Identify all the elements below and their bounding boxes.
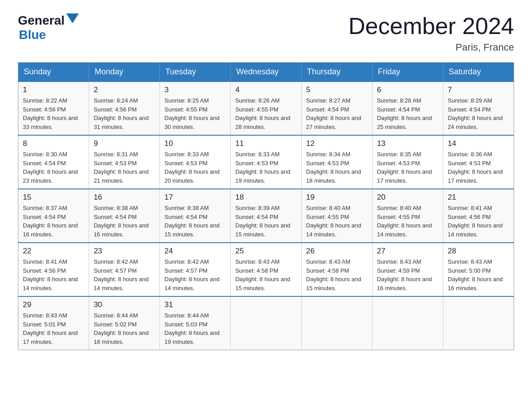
day-number: 3 [164,86,226,94]
daylight-label: Daylight: 8 hours and 18 minutes. [94,330,149,345]
day-number: 25 [235,247,296,256]
day-info: Sunrise: 8:41 AM Sunset: 4:56 PM Dayligh… [23,257,84,292]
sunset-label: Sunset: 5:02 PM [94,321,137,328]
calendar-cell: 16 Sunrise: 8:38 AM Sunset: 4:54 PM Dayl… [89,189,160,243]
day-number: 26 [306,247,368,256]
day-info: Sunrise: 8:39 AM Sunset: 4:54 PM Dayligh… [235,204,296,239]
calendar-cell: 7 Sunrise: 8:29 AM Sunset: 4:54 PM Dayli… [443,81,514,135]
calendar-cell: 2 Sunrise: 8:24 AM Sunset: 4:56 PM Dayli… [89,81,160,135]
calendar-cell: 25 Sunrise: 8:43 AM Sunset: 4:58 PM Dayl… [231,243,301,296]
daylight-label: Daylight: 8 hours and 16 minutes. [377,276,432,291]
day-info: Sunrise: 8:27 AM Sunset: 4:54 PM Dayligh… [306,96,368,131]
sunset-label: Sunset: 4:58 PM [306,267,349,274]
sunrise-label: Sunrise: 8:43 AM [448,258,492,265]
daylight-label: Daylight: 8 hours and 15 minutes. [235,276,290,291]
sunrise-label: Sunrise: 8:34 AM [306,151,351,158]
logo-arrow-icon [66,13,79,23]
day-info: Sunrise: 8:44 AM Sunset: 5:02 PM Dayligh… [94,311,155,346]
header-saturday: Saturday [443,63,514,82]
daylight-label: Daylight: 8 hours and 19 minutes. [164,330,219,345]
daylight-label: Daylight: 8 hours and 16 minutes. [23,222,78,238]
day-info: Sunrise: 8:38 AM Sunset: 4:54 PM Dayligh… [94,204,155,239]
sunrise-label: Sunrise: 8:33 AM [164,151,209,158]
daylight-label: Daylight: 8 hours and 15 minutes. [235,222,290,238]
sunset-label: Sunset: 4:54 PM [306,106,349,113]
sunset-label: Sunset: 4:59 PM [377,267,420,274]
daylight-label: Daylight: 8 hours and 14 minutes. [164,276,219,291]
day-info: Sunrise: 8:43 AM Sunset: 4:58 PM Dayligh… [235,257,296,292]
daylight-label: Daylight: 8 hours and 21 minutes. [94,168,149,184]
sunrise-label: Sunrise: 8:43 AM [377,258,421,265]
calendar-cell: 21 Sunrise: 8:41 AM Sunset: 4:56 PM Dayl… [443,189,514,243]
sunset-label: Sunset: 4:53 PM [94,160,137,167]
daylight-label: Daylight: 8 hours and 14 minutes. [94,276,149,291]
day-number: 4 [235,86,296,94]
daylight-label: Daylight: 8 hours and 14 minutes. [377,222,432,238]
sunset-label: Sunset: 4:56 PM [23,106,66,113]
day-number: 27 [377,247,438,256]
sunset-label: Sunset: 4:54 PM [377,106,420,113]
sunrise-label: Sunrise: 8:30 AM [23,151,67,158]
month-title: December 2024 [348,13,514,39]
daylight-label: Daylight: 8 hours and 27 minutes. [306,115,361,130]
sunrise-label: Sunrise: 8:40 AM [306,205,351,211]
day-number: 2 [94,86,155,94]
sunrise-label: Sunrise: 8:27 AM [306,97,351,104]
day-number: 29 [23,300,84,309]
day-info: Sunrise: 8:28 AM Sunset: 4:54 PM Dayligh… [377,96,438,131]
calendar-cell: 9 Sunrise: 8:31 AM Sunset: 4:53 PM Dayli… [89,135,160,189]
daylight-label: Daylight: 8 hours and 15 minutes. [164,222,219,238]
day-info: Sunrise: 8:25 AM Sunset: 4:55 PM Dayligh… [164,96,226,131]
day-info: Sunrise: 8:24 AM Sunset: 4:56 PM Dayligh… [94,96,155,131]
day-number: 20 [377,193,438,202]
calendar-cell: 22 Sunrise: 8:41 AM Sunset: 4:56 PM Dayl… [18,243,89,296]
day-info: Sunrise: 8:42 AM Sunset: 4:57 PM Dayligh… [94,257,155,292]
calendar-cell: 5 Sunrise: 8:27 AM Sunset: 4:54 PM Dayli… [301,81,372,135]
calendar-cell: 14 Sunrise: 8:36 AM Sunset: 4:53 PM Dayl… [443,135,514,189]
sunrise-label: Sunrise: 8:25 AM [164,97,209,104]
daylight-label: Daylight: 8 hours and 23 minutes. [23,168,78,184]
sunset-label: Sunset: 4:58 PM [235,267,278,274]
day-info: Sunrise: 8:30 AM Sunset: 4:54 PM Dayligh… [23,150,84,185]
daylight-label: Daylight: 8 hours and 14 minutes. [306,222,361,238]
day-info: Sunrise: 8:40 AM Sunset: 4:55 PM Dayligh… [306,204,368,239]
calendar-cell: 23 Sunrise: 8:42 AM Sunset: 4:57 PM Dayl… [89,243,160,296]
sunrise-label: Sunrise: 8:37 AM [23,205,67,211]
sunset-label: Sunset: 4:57 PM [94,267,137,274]
sunset-label: Sunset: 4:57 PM [164,267,207,274]
header-sunday: Sunday [18,63,89,82]
calendar-week-row: 29 Sunrise: 8:43 AM Sunset: 5:01 PM Dayl… [18,296,514,350]
calendar-week-row: 22 Sunrise: 8:41 AM Sunset: 4:56 PM Dayl… [18,243,514,296]
day-number: 28 [448,247,509,256]
sunrise-label: Sunrise: 8:44 AM [94,312,138,319]
calendar-cell: 28 Sunrise: 8:43 AM Sunset: 5:00 PM Dayl… [443,243,514,296]
sunrise-label: Sunrise: 8:38 AM [164,205,209,211]
day-info: Sunrise: 8:22 AM Sunset: 4:56 PM Dayligh… [23,96,84,131]
day-number: 16 [94,193,155,202]
day-info: Sunrise: 8:42 AM Sunset: 4:57 PM Dayligh… [164,257,226,292]
calendar-cell: 29 Sunrise: 8:43 AM Sunset: 5:01 PM Dayl… [18,296,89,350]
calendar-cell: 4 Sunrise: 8:26 AM Sunset: 4:55 PM Dayli… [231,81,301,135]
sunrise-label: Sunrise: 8:39 AM [235,205,279,211]
daylight-label: Daylight: 8 hours and 25 minutes. [377,115,432,130]
daylight-label: Daylight: 8 hours and 14 minutes. [448,222,503,238]
calendar-cell: 24 Sunrise: 8:42 AM Sunset: 4:57 PM Dayl… [160,243,231,296]
day-info: Sunrise: 8:34 AM Sunset: 4:53 PM Dayligh… [306,150,368,185]
sunrise-label: Sunrise: 8:43 AM [306,258,351,265]
daylight-label: Daylight: 8 hours and 19 minutes. [235,168,290,184]
day-info: Sunrise: 8:33 AM Sunset: 4:53 PM Dayligh… [235,150,296,185]
calendar-cell: 26 Sunrise: 8:43 AM Sunset: 4:58 PM Dayl… [301,243,372,296]
daylight-label: Daylight: 8 hours and 17 minutes. [23,330,78,345]
daylight-label: Daylight: 8 hours and 16 minutes. [94,222,149,238]
calendar-cell: 3 Sunrise: 8:25 AM Sunset: 4:55 PM Dayli… [160,81,231,135]
sunrise-label: Sunrise: 8:38 AM [94,205,138,211]
day-info: Sunrise: 8:36 AM Sunset: 4:53 PM Dayligh… [448,150,509,185]
daylight-label: Daylight: 8 hours and 24 minutes. [448,115,503,130]
calendar-week-row: 1 Sunrise: 8:22 AM Sunset: 4:56 PM Dayli… [18,81,514,135]
sunrise-label: Sunrise: 8:24 AM [94,97,138,104]
day-info: Sunrise: 8:43 AM Sunset: 4:59 PM Dayligh… [377,257,438,292]
day-number: 5 [306,86,368,94]
daylight-label: Daylight: 8 hours and 17 minutes. [377,168,432,184]
sunrise-label: Sunrise: 8:40 AM [377,205,421,211]
daylight-label: Daylight: 8 hours and 31 minutes. [94,115,149,130]
